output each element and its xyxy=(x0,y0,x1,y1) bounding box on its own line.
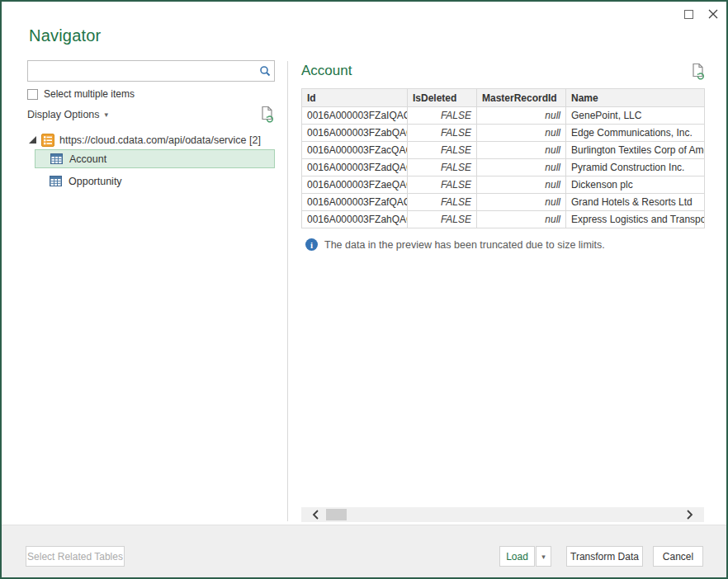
table-icon xyxy=(50,176,62,186)
table-cell: Grand Hotels & Resorts Ltd xyxy=(566,194,705,211)
scroll-left-icon[interactable] xyxy=(306,507,324,522)
table-cell: FALSE xyxy=(408,194,477,211)
select-related-tables-button[interactable]: Select Related Tables xyxy=(26,546,125,567)
tree-expander-icon[interactable] xyxy=(29,136,36,144)
tree-root-label: https://cloud.cdata.com/api/odata/servic… xyxy=(59,134,261,146)
preview-table: Id IsDeleted MasterRecordId Name 0016A00… xyxy=(301,88,705,228)
select-multiple-checkbox[interactable] xyxy=(27,89,38,100)
tree-item-label: Opportunity xyxy=(69,176,122,187)
table-cell: 0016A000003FZabQAG xyxy=(302,125,408,142)
tree-item-account[interactable]: Account xyxy=(35,149,275,168)
transform-data-button[interactable]: Transform Data xyxy=(566,546,643,567)
info-icon: i xyxy=(305,238,318,251)
scrollbar-thumb[interactable] xyxy=(326,509,347,520)
refresh-preview-icon[interactable] xyxy=(690,63,707,81)
table-cell: 0016A000003FZaIQAG xyxy=(302,107,408,125)
table-row: 0016A000003FZacQAGFALSEnullBurlington Te… xyxy=(302,142,705,159)
table-cell: 0016A000003FZadQAG xyxy=(302,159,408,177)
table-row: 0016A000003FZaIQAGFALSEnullGenePoint, LL… xyxy=(302,107,705,125)
display-options-label: Display Options xyxy=(27,109,100,120)
load-button[interactable]: Load xyxy=(499,546,535,567)
horizontal-scrollbar[interactable] xyxy=(301,507,704,522)
navigator-dialog: Navigator Select multiple items Display … xyxy=(0,0,728,579)
tree-item-label: Account xyxy=(69,153,106,165)
column-header-id[interactable]: Id xyxy=(302,89,408,107)
page-title: Navigator xyxy=(29,26,101,45)
table-cell: FALSE xyxy=(408,142,477,159)
table-row: 0016A000003FZaeQAGFALSEnullDickenson plc xyxy=(302,177,705,194)
scroll-right-icon[interactable] xyxy=(681,507,699,522)
maximize-button[interactable] xyxy=(680,6,697,22)
table-cell: 0016A000003FZaeQAG xyxy=(302,177,408,194)
table-cell: GenePoint, LLC xyxy=(566,107,705,125)
table-cell: FALSE xyxy=(408,125,477,142)
table-cell: FALSE xyxy=(408,159,477,177)
select-multiple-row: Select multiple items xyxy=(27,88,135,100)
table-cell: Edge Communications, Inc. xyxy=(566,125,705,142)
maximize-icon xyxy=(684,10,693,19)
table-cell: null xyxy=(477,194,566,211)
truncation-message: The data in the preview has been truncat… xyxy=(324,239,605,251)
panel-divider xyxy=(287,61,288,521)
tree-item-opportunity[interactable]: Opportunity xyxy=(35,172,275,191)
table-cell: FALSE xyxy=(408,177,477,194)
table-cell: Express Logistics and Transport xyxy=(566,211,705,228)
table-cell: null xyxy=(477,159,566,177)
truncation-notice: i The data in the preview has been trunc… xyxy=(305,238,605,251)
table-row: 0016A000003FZahQAGFALSEnullExpress Logis… xyxy=(302,211,705,228)
table-cell: null xyxy=(477,211,566,228)
table-row: 0016A000003FZadQAGFALSEnullPyramid Const… xyxy=(302,159,705,177)
search-input[interactable] xyxy=(28,61,256,81)
column-header-isdeleted[interactable]: IsDeleted xyxy=(408,89,477,107)
table-cell: null xyxy=(477,107,566,125)
table-header-row: Id IsDeleted MasterRecordId Name xyxy=(302,89,705,107)
table-cell: FALSE xyxy=(408,107,477,125)
table-cell: null xyxy=(477,125,566,142)
table-cell: null xyxy=(477,177,566,194)
footer: Select Related Tables Load ▾ Transform D… xyxy=(2,525,726,577)
table-cell: 0016A000003FZafQAG xyxy=(302,194,408,211)
table-cell: 0016A000003FZacQAG xyxy=(302,142,408,159)
chevron-down-icon: ▾ xyxy=(105,111,109,119)
refresh-preview-icon[interactable] xyxy=(259,106,276,124)
preview-table-body: 0016A000003FZaIQAGFALSEnullGenePoint, LL… xyxy=(302,107,705,228)
column-header-masterrecordid[interactable]: MasterRecordId xyxy=(477,89,566,107)
table-row: 0016A000003FZabQAGFALSEnullEdge Communic… xyxy=(302,125,705,142)
close-button[interactable] xyxy=(705,6,721,22)
table-cell: null xyxy=(477,142,566,159)
close-icon xyxy=(708,9,718,19)
select-multiple-label: Select multiple items xyxy=(44,88,135,100)
search-icon[interactable] xyxy=(256,65,274,77)
preview-title: Account xyxy=(301,63,352,79)
table-cell: Pyramid Construction Inc. xyxy=(566,159,705,177)
load-dropdown-button[interactable]: ▾ xyxy=(536,546,551,567)
search-box xyxy=(27,60,275,82)
table-cell: 0016A000003FZahQAG xyxy=(302,211,408,228)
column-header-name[interactable]: Name xyxy=(566,89,705,107)
table-cell: Burlington Textiles Corp of Ameri xyxy=(566,142,705,159)
tree-root-node[interactable]: https://cloud.cdata.com/api/odata/servic… xyxy=(27,131,261,148)
table-cell: Dickenson plc xyxy=(566,177,705,194)
table-row: 0016A000003FZafQAGFALSEnullGrand Hotels … xyxy=(302,194,705,211)
odata-feed-icon xyxy=(41,134,54,147)
table-cell: FALSE xyxy=(408,211,477,228)
chevron-down-icon: ▾ xyxy=(541,553,546,561)
cancel-button[interactable]: Cancel xyxy=(653,546,703,567)
display-options-dropdown[interactable]: Display Options ▾ xyxy=(27,109,108,120)
table-icon xyxy=(50,153,63,164)
